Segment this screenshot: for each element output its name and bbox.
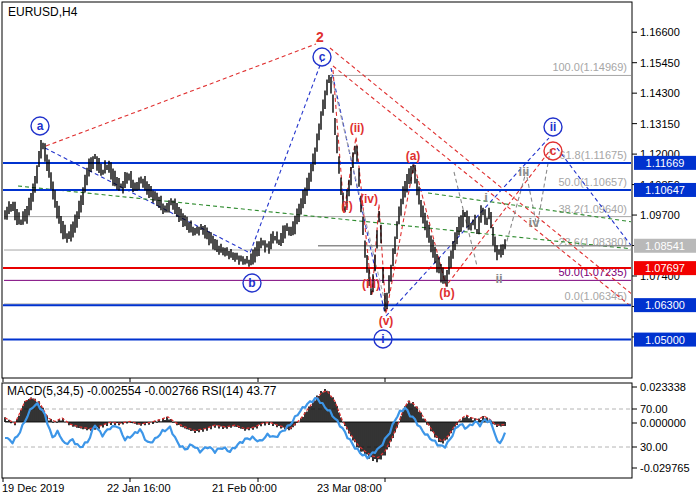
- fib-level-label: 100.0(1.14969): [552, 61, 627, 73]
- wave-letter: c: [319, 50, 326, 64]
- main-chart-pane[interactable]: 100.0(1.14969)61.8(1.11675)50.0(1.10657)…: [3, 29, 633, 348]
- macd-histogram: [5, 389, 505, 462]
- wave-letter: c: [550, 144, 557, 158]
- macd-axis-label: -0.029765: [640, 462, 690, 474]
- trend-line: [505, 146, 551, 248]
- price-badge: 1.11669: [634, 156, 696, 170]
- macd-axis: 0.02333870.000.00000030.00-0.029765: [632, 381, 690, 474]
- macd-pane[interactable]: [3, 389, 632, 462]
- wave-label-circled: ii: [544, 118, 562, 136]
- wave-label-red: 2: [316, 29, 324, 45]
- price-badge: 1.10647: [634, 183, 696, 197]
- wave-letter: ii: [550, 120, 557, 134]
- wave-label-circled: b: [243, 274, 261, 292]
- macd-axis-label: 70.00: [640, 403, 668, 415]
- axis-tick-label: 1.13150: [640, 118, 680, 130]
- price-badge: 1.06300: [634, 298, 696, 312]
- trend-line: [454, 172, 477, 266]
- chart-canvas[interactable]: 100.0(1.14969)61.8(1.11675)50.0(1.10657)…: [0, 0, 700, 500]
- macd-axis-label: 30.00: [640, 441, 668, 453]
- wave-label-grey: ii: [495, 271, 502, 286]
- price-badge: 1.07697: [634, 261, 696, 275]
- indicator-label: MACD(5,34,5) -0.002554 -0.002766 RSI(14)…: [7, 384, 277, 398]
- wave-label-red: (i): [341, 199, 352, 213]
- axis-tick-label: 1.15450: [640, 57, 680, 69]
- wave-letter: i: [381, 332, 384, 346]
- time-axis-label: 23 Mar 08:00: [317, 482, 382, 494]
- wave-label-red: (iii): [362, 277, 380, 291]
- wave-label-red: (v): [379, 314, 394, 328]
- macd-axis-label: 0.000000: [640, 417, 686, 429]
- wave-label-red: (b): [439, 286, 454, 300]
- price-badge: 1.05000: [634, 333, 696, 347]
- price-badge-label: 1.11669: [646, 157, 685, 169]
- wave-label-red: (iv): [360, 192, 378, 206]
- wave-letter: b: [248, 276, 255, 290]
- axis-tick-label: 1.09700: [640, 209, 680, 221]
- macd-axis-label: 0.023338: [640, 381, 686, 393]
- price-badge-label: 1.06300: [645, 299, 685, 311]
- price-badge-label: 1.10647: [645, 184, 685, 196]
- wave-label-grey: iii: [519, 164, 530, 179]
- axis-tick-label: 1.14300: [640, 87, 680, 99]
- wave-label-circled: a: [31, 117, 49, 135]
- price-badge-label: 1.05000: [645, 334, 685, 346]
- wave-letter: a: [37, 119, 44, 133]
- trend-line: [18, 186, 633, 249]
- time-axis-label: 21 Feb 00:00: [212, 482, 277, 494]
- price-badge-label: 1.07697: [645, 262, 685, 274]
- time-axis-label: 19 Dec 2019: [2, 482, 64, 494]
- chart-window: 100.0(1.14969)61.8(1.11675)50.0(1.10657)…: [0, 0, 700, 500]
- rsi-line: [5, 398, 505, 458]
- wave-label-grey: i: [484, 190, 488, 205]
- fib-level-label: 50.0(1.10657): [559, 176, 628, 188]
- price-axis: 1.166001.154501.143001.131501.120001.108…: [632, 26, 696, 346]
- wave-label-grey: iv: [529, 215, 541, 230]
- trend-line: [46, 44, 316, 146]
- symbol-title: EURUSD,H4: [8, 5, 78, 19]
- wave-label-circled: c: [313, 48, 331, 66]
- price-badge-label: 1.08541: [645, 240, 685, 252]
- axis-tick-label: 1.16600: [640, 26, 680, 38]
- price-badge: 1.08541: [634, 239, 696, 253]
- fib-level-label: 61.8(1.11675): [559, 149, 627, 161]
- wave-label-red: (ii): [350, 121, 365, 135]
- time-axis-label: 22 Jan 16:00: [107, 482, 171, 494]
- wave-label-red: (a): [406, 149, 421, 163]
